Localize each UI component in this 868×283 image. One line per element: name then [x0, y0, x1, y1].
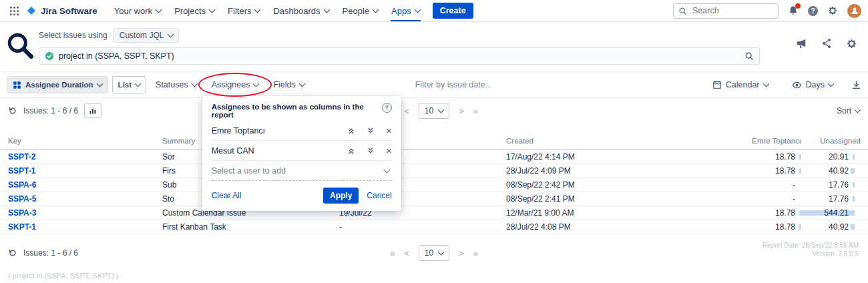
page-size-select[interactable]: 10	[419, 103, 449, 119]
nav-item-apps[interactable]: Apps	[385, 0, 426, 21]
chart-view-button[interactable]	[84, 103, 101, 118]
calendar-view-button[interactable]: Calendar	[707, 76, 774, 93]
assignee-name: Mesut CAN	[212, 146, 254, 156]
nav-item-people[interactable]: People	[337, 0, 384, 21]
report-meta: Report Date: 26/Sep/22 8:56 AM Version: …	[762, 241, 859, 258]
report-type-button[interactable]: Assignee Duration	[7, 76, 108, 93]
nav-item-filters[interactable]: Filters	[222, 0, 266, 21]
last-page-button[interactable]: »	[473, 248, 478, 258]
brand-label: Jira Software	[41, 6, 97, 16]
remove-assignee-icon[interactable]: ×	[386, 125, 392, 135]
assignees-popup-title-row: Assignees to be shown as columns in the …	[212, 103, 392, 121]
jql-query-text[interactable]: project in (SSPA, SSPT, SKPT)	[59, 51, 740, 61]
query-mode-select[interactable]: Custom JQL	[114, 28, 180, 43]
refresh-icon[interactable]	[8, 248, 17, 258]
report-settings-gear-icon[interactable]	[846, 38, 857, 49]
days-display-button[interactable]: Days	[787, 76, 839, 93]
duration-cell: 18.78	[730, 208, 801, 218]
assignee-row: Mesut CAN ×	[212, 141, 392, 161]
notifications-bell-icon[interactable]	[788, 5, 799, 16]
table-row[interactable]: SSPT-1 Firs 28/Jul/22 4:09 PM 18.78 40.9…	[0, 164, 868, 178]
help-icon[interactable]: ?	[808, 6, 818, 16]
next-page-button[interactable]: >	[459, 106, 464, 116]
nav-item-dashboards[interactable]: Dashboards	[267, 0, 335, 21]
table-row[interactable]: SKPT-1 First Kanban Task - 28/Jul/22 4:0…	[0, 220, 868, 234]
issue-key-link[interactable]: SSPA-6	[0, 180, 162, 190]
clear-all-link[interactable]: Clear All	[212, 191, 242, 200]
table-row[interactable]: SSPA-3 Custom Calendar Issue 19/Jul/22 1…	[0, 206, 868, 220]
apply-button[interactable]: Apply	[323, 188, 359, 204]
jql-query-bar[interactable]: project in (SSPA, SSPT, SKPT)	[39, 47, 760, 65]
column-header-emre[interactable]: Emre Toptancı	[730, 137, 807, 145]
jira-logo[interactable]: Jira Software	[26, 5, 97, 16]
app-switcher-icon[interactable]	[7, 4, 22, 18]
issue-key-link[interactable]: SSPA-5	[0, 194, 162, 204]
issue-key-link[interactable]: SSPT-2	[0, 152, 162, 162]
first-page-button[interactable]: «	[390, 248, 395, 258]
table-header-row: Key Summary Created Emre Toptancı Unassi…	[0, 133, 868, 150]
user-avatar[interactable]	[847, 4, 861, 18]
jql-search-icon[interactable]	[744, 51, 754, 61]
issue-created: 17/Aug/22 4:14 PM	[506, 152, 730, 162]
chevron-down-icon	[855, 107, 861, 113]
sort-button[interactable]: Sort	[837, 106, 860, 115]
assignees-popup: Assignees to be shown as columns in the …	[202, 96, 401, 211]
prev-page-button[interactable]: <	[404, 248, 409, 258]
create-button[interactable]: Create	[433, 3, 473, 19]
nav-item-your-work[interactable]: Your work	[108, 0, 167, 21]
view-select-button[interactable]: List	[112, 76, 146, 93]
search-input[interactable]	[691, 5, 773, 16]
issue-date-filter-input[interactable]	[414, 79, 550, 90]
move-top-icon[interactable]	[347, 147, 355, 155]
page-size-select[interactable]: 10	[419, 245, 449, 261]
chevron-down-icon	[209, 7, 216, 13]
table-row[interactable]: SSPT-2 Sor 17/Aug/22 4:14 PM 18.78 20.91	[0, 150, 868, 164]
next-page-button[interactable]: >	[459, 248, 464, 258]
notification-badge	[795, 3, 801, 9]
assignees-filter-button[interactable]: Assignees	[206, 76, 264, 93]
refresh-icon[interactable]	[8, 106, 17, 115]
issue-created: 08/Sep/22 2:41 PM	[506, 194, 730, 204]
issue-key-link[interactable]: SKPT-1	[0, 222, 162, 232]
query-header: Select issues using Custom JQL project i…	[0, 22, 868, 72]
share-icon[interactable]	[821, 38, 832, 49]
assignees-dropdown-anchor: Assignees Assignees to be shown as colum…	[206, 76, 264, 93]
assignee-row: Emre Toptancı ×	[212, 121, 392, 141]
move-bottom-icon[interactable]	[367, 147, 375, 155]
search-icon	[678, 7, 687, 15]
prev-page-button[interactable]: <	[404, 106, 409, 116]
global-search[interactable]	[673, 3, 779, 19]
duration-cell: 18.78	[730, 166, 801, 176]
last-page-button[interactable]: »	[473, 106, 478, 116]
announcement-megaphone-icon[interactable]	[796, 38, 807, 49]
column-header-unassigned[interactable]: Unassigned	[807, 137, 867, 145]
remove-assignee-icon[interactable]: ×	[386, 146, 392, 156]
column-header-key[interactable]: Key	[0, 137, 162, 145]
chevron-down-icon	[254, 7, 261, 13]
cancel-link[interactable]: Cancel	[367, 191, 391, 200]
popup-help-icon[interactable]: ?	[382, 103, 392, 113]
nav-item-projects[interactable]: Projects	[168, 0, 220, 21]
issues-bar-bottom: Issues: 1 - 6 / 6 « < 10 > » Report Date…	[0, 240, 868, 266]
report-version: Version: 2.6.0.5	[813, 250, 859, 258]
fields-filter-button[interactable]: Fields	[268, 76, 309, 93]
duration-cell: 17.76	[801, 180, 855, 190]
chevron-down-icon	[373, 7, 379, 13]
issue-key-link[interactable]: SSPT-1	[0, 166, 162, 176]
issue-key-link[interactable]: SSPA-3	[0, 208, 162, 218]
issue-due: -	[339, 222, 506, 232]
move-top-icon[interactable]	[347, 127, 355, 135]
move-bottom-icon[interactable]	[367, 127, 375, 135]
chevron-down-icon	[763, 81, 769, 87]
table-row[interactable]: SSPA-6 Sub 08/Sep/22 2:42 PM - 17.76	[0, 178, 868, 192]
topnav-right: ?	[673, 3, 861, 19]
settings-gear-icon[interactable]	[827, 5, 838, 16]
add-user-select[interactable]: Select a user to add	[212, 161, 392, 181]
statuses-filter-button[interactable]: Statuses	[150, 76, 202, 93]
chevron-down-icon	[96, 81, 103, 87]
chevron-down-icon	[438, 107, 445, 113]
column-header-created[interactable]: Created	[506, 137, 730, 145]
duration-cell: 18.78	[730, 152, 801, 162]
table-row[interactable]: SSPA-5 Sto 08/Sep/22 2:41 PM - 17.76	[0, 192, 868, 206]
export-icon[interactable]	[851, 80, 861, 90]
